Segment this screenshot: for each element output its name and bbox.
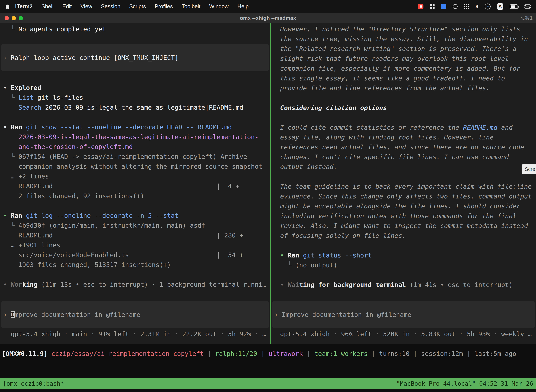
prompt-input[interactable]: › Improve documentation in @filename — [273, 301, 535, 328]
text-segment — [299, 252, 303, 259]
spacer — [271, 290, 536, 301]
text-segment: • — [280, 252, 288, 259]
menu-item-toolbelt[interactable]: Toolbelt — [177, 3, 205, 10]
text-segment: | — [463, 350, 474, 357]
terminal-line: this single essay, it seems like a good … — [271, 73, 536, 83]
blank-line — [0, 270, 270, 280]
text-segment: README.md — [3, 182, 53, 190]
apple-menu-icon[interactable] — [0, 4, 14, 9]
text-segment: the "Related research writing" section i… — [280, 45, 517, 52]
terminal-line: companion analysis without altering the … — [0, 162, 270, 171]
tmux-session-window: [omx-cczip0:bash* — [3, 378, 64, 389]
menu-item-iterm2[interactable]: iTerm2 — [14, 3, 37, 10]
text-segment: 4b9d30f (origin/main, instructkr/main, m… — [19, 222, 205, 229]
text-segment: [OMX#0.11.9] — [2, 350, 48, 357]
text-segment: Search — [19, 104, 41, 111]
text-segment: | — [410, 350, 421, 357]
menu-item-profiles[interactable]: Profiles — [150, 3, 177, 10]
terminal-line: README.md | 4 + — [0, 181, 270, 191]
text-segment: evidence. Since this change only affects… — [280, 193, 531, 200]
text-segment: 2026-03-09-is-legal-the-same-as-legitima… — [19, 133, 258, 140]
eight-badge-icon[interactable]: 8 — [475, 4, 478, 9]
text-segment: • — [3, 212, 11, 219]
omx-status-line: [OMX#0.11.9] cczip/essay/ai-reimplementa… — [0, 349, 536, 359]
prompt-input[interactable]: › Improve documentation in @filename — [1, 301, 269, 328]
menu-item-scripts[interactable]: Scripts — [125, 3, 150, 10]
blank-line — [0, 201, 270, 211]
text-segment: provide file and line references from th… — [280, 84, 490, 92]
text-segment — [48, 350, 51, 357]
terminal-line: └ No agents completed yet — [0, 24, 270, 34]
text-segment: team:1 workers — [314, 350, 368, 357]
terminal-line: … +2 lines — [0, 171, 270, 181]
text-segment: Considering citation options — [280, 104, 387, 111]
text-segment: › — [3, 54, 11, 61]
text-segment: Ralph loop active continue [OMX_TMUX_INJ… — [11, 54, 178, 61]
text-segment — [22, 123, 26, 131]
text-segment: └ — [280, 261, 295, 269]
control-center-icon[interactable] — [524, 5, 531, 9]
menu-item-window[interactable]: Window — [205, 3, 233, 10]
text-segment: • — [3, 84, 11, 91]
menu-item-session[interactable]: Session — [96, 3, 125, 10]
terminal-line: • Ran git show --stat --oneline --decora… — [0, 122, 270, 132]
tab-shortcut-indicator: ⌥⌘1 — [519, 13, 533, 23]
text-segment: | — [368, 350, 379, 357]
terminal-line: • Ran git log --oneline --decorate -n 5 … — [0, 211, 270, 221]
grid-icon[interactable] — [430, 4, 435, 9]
terminal-line: • Waiting for background terminal (1m 41… — [271, 280, 536, 290]
terminal-line: and-the-erosion-of-copyleft.md — [0, 142, 270, 152]
terminal-line: └ (no output) — [271, 260, 536, 270]
terminal-line: 2 files changed, 92 insertions(+) — [0, 191, 270, 201]
menu-item-help[interactable]: Help — [233, 3, 253, 10]
blank-line — [0, 34, 270, 44]
menu-item-view[interactable]: View — [76, 3, 97, 10]
text-segment: ultrawork — [268, 350, 303, 357]
panel-text: › Improve documentation in @filename — [273, 311, 411, 318]
text-segment: Ran — [11, 123, 22, 131]
pad — [129, 251, 217, 258]
text-segment: Ran — [288, 252, 299, 259]
screen-recording-stop-icon[interactable] — [418, 4, 423, 9]
terminal-line: might be acceptable alongside the file l… — [271, 201, 536, 211]
raycast-icon[interactable] — [441, 4, 446, 9]
text-segment: src/voice/voiceModeEnabled.ts — [3, 251, 129, 258]
terminal-line: Considering citation options — [271, 103, 536, 113]
blank-line — [0, 112, 270, 122]
text-segment: | 54 + — [217, 251, 243, 258]
text-segment: turns:10 — [379, 350, 410, 357]
terminal-line: the source tree, missing the essay. Stil… — [271, 34, 536, 44]
text-segment: README.md — [463, 124, 497, 131]
text-segment: mprove documentation in @filename — [14, 311, 140, 318]
text-segment: git status --short — [303, 252, 372, 259]
text-segment: git log --oneline --decorate -n 5 --stat — [26, 212, 178, 219]
terminal-line: review. Also, I might want to inspect th… — [271, 221, 536, 231]
circle-app-icon[interactable] — [453, 4, 458, 9]
text-segment: last:5m ago — [474, 350, 516, 357]
text-segment: 2026-03-09-is-legal-the-same-as-legitima… — [41, 104, 243, 111]
text-segment: | — [257, 350, 268, 357]
menu-item-edit[interactable]: Edit — [58, 3, 76, 10]
text-segment: review. Also, I might want to inspect th… — [280, 222, 528, 229]
text-segment: Wai — [288, 281, 299, 288]
menu-item-shell[interactable]: Shell — [37, 3, 58, 10]
terminal-line: output instead. — [271, 162, 536, 172]
pad — [53, 232, 217, 239]
terminal-line: changes, I can't cite specific file line… — [271, 152, 536, 162]
text-segment: might be acceptable alongside the file l… — [280, 202, 520, 210]
battery-icon[interactable] — [510, 5, 518, 9]
app-grid-icon[interactable] — [464, 4, 469, 9]
text-segment: No agents completed yet — [19, 25, 106, 33]
tmux-status-bar: [omx-cczip0:bash* "MacBook-Pro-44.local"… — [0, 378, 536, 389]
text-segment: 067f154 (HEAD -> essay/ai-reimplementati… — [19, 153, 247, 160]
text-segment: Explored — [11, 84, 41, 91]
text-segment: Improve documentation in @filename — [282, 311, 411, 318]
terminal-line: evidence. Since this change only affects… — [271, 191, 536, 201]
text-segment: I — [11, 311, 14, 318]
screen-share-pill[interactable]: Scre — [522, 164, 536, 174]
a-app-tile-icon[interactable]: A — [497, 3, 503, 10]
text-segment: of focusing solely on file lines. — [280, 232, 406, 239]
terminal-line: Search 2026-03-09-is-legal-the-same-as-l… — [0, 103, 270, 112]
battery-gauge-icon[interactable]: .61 — [485, 4, 491, 9]
text-segment: slight risk that future readers may over… — [280, 55, 509, 62]
